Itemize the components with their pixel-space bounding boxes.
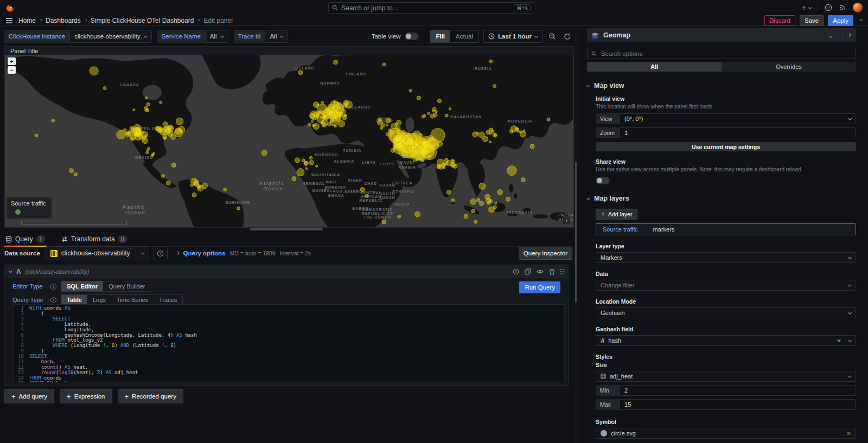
global-search-input[interactable]: Search or jump to... ⌘+k: [328, 2, 534, 14]
variable-label[interactable]: ClickHouse instance: [4, 30, 69, 43]
tab-query[interactable]: Query 1: [4, 235, 47, 246]
breadcrumb-item[interactable]: Home: [18, 17, 36, 24]
variable-label[interactable]: Service Name: [157, 30, 205, 43]
drag-handle-icon[interactable]: [560, 269, 564, 274]
discard-button[interactable]: Discard: [764, 15, 795, 26]
max-input[interactable]: 15: [620, 399, 856, 410]
grafana-logo: [5, 3, 15, 12]
panel-type-header[interactable]: Geomap: [587, 28, 856, 42]
variable-value-dropdown[interactable]: All: [265, 30, 288, 43]
geohash-field-label: Geohash field: [596, 326, 856, 332]
variable-label[interactable]: Trace Id: [234, 30, 265, 43]
datasource-picker[interactable]: clickhouse-observability: [46, 246, 149, 260]
disable-query-icon[interactable]: [537, 268, 544, 275]
options-search[interactable]: [587, 48, 856, 59]
editor-type-query-builder[interactable]: Query Builder: [103, 281, 150, 291]
fit-option-actual[interactable]: Actual: [450, 30, 478, 42]
time-range-picker[interactable]: Last 1 hour: [483, 30, 542, 43]
svg-text:REPUBLIC OF: REPUBLIC OF: [362, 211, 393, 215]
search-placeholder: Search or jump to...: [341, 4, 398, 12]
tab-transform-data[interactable]: Transform data 0: [60, 235, 129, 246]
share-view-toggle[interactable]: [596, 177, 610, 184]
chevron-down-icon[interactable]: [824, 31, 838, 39]
add-add-query-button[interactable]: +Add query: [4, 389, 54, 403]
data-select[interactable]: Change filter: [596, 280, 856, 291]
add-expression-button[interactable]: +Expression: [60, 389, 112, 403]
query-count-badge: 1: [36, 235, 45, 243]
table-view-toggle[interactable]: [405, 33, 419, 40]
add-layer-button[interactable]: +Add layer: [596, 209, 637, 220]
size-select[interactable]: adj_heat: [596, 371, 856, 382]
svg-text:Ocean: Ocean: [125, 209, 146, 215]
query-type-traces[interactable]: Traces: [154, 295, 182, 305]
news-icon[interactable]: [839, 4, 846, 11]
clear-icon[interactable]: ✕: [837, 338, 841, 344]
zoom-out-time-icon[interactable]: [547, 30, 558, 43]
symbol-select[interactable]: circle.svg✕: [596, 428, 856, 439]
location-mode-select[interactable]: Geohash: [596, 307, 856, 318]
save-button[interactable]: Save: [800, 15, 824, 26]
fit-option-fill[interactable]: Fill: [430, 30, 450, 42]
variable-value-dropdown[interactable]: clickhouse-observability: [69, 30, 151, 43]
styles-label: Styles: [596, 354, 856, 360]
breadcrumb-bar: HomeDashboardsSimple ClickHouse OTel Das…: [0, 15, 868, 26]
query-options[interactable]: Query options MD = auto = 1909 Interval …: [176, 250, 311, 256]
zoom-input[interactable]: 1: [620, 127, 856, 138]
layer-type-select[interactable]: Markers: [596, 252, 856, 263]
main-scrollbar[interactable]: [575, 26, 577, 443]
menu-icon[interactable]: [5, 17, 13, 24]
delete-query-icon[interactable]: [549, 268, 555, 275]
data-label: Data: [596, 271, 856, 277]
breadcrumb-item[interactable]: Simple ClickHouse OTel Dashboard: [91, 17, 194, 24]
options-search-input[interactable]: [600, 50, 852, 57]
run-query-button[interactable]: Run Query: [519, 281, 560, 293]
apply-button[interactable]: Apply: [828, 15, 853, 26]
query-type-logs[interactable]: Logs: [87, 295, 111, 305]
datasource-row: Data source clickhouse-observability ? Q…: [4, 246, 572, 260]
new-button[interactable]: +: [802, 3, 811, 12]
collapse-header-icon[interactable]: [859, 19, 863, 23]
tab-overrides[interactable]: Overrides: [722, 62, 856, 72]
code-line: 8 WHERE (Longitude != 0) AND (Latitude !…: [14, 343, 564, 349]
add-recorded-query-button[interactable]: +Recorded query: [118, 389, 183, 403]
query-info-icon[interactable]: [513, 268, 519, 275]
query-header[interactable]: A (clickhouse-observability): [5, 265, 568, 278]
refresh-icon[interactable]: [562, 30, 572, 43]
layer-type-label: Layer type: [596, 243, 856, 249]
breadcrumb-item[interactable]: Dashboards: [46, 17, 81, 24]
map-zoom-out-button[interactable]: −: [8, 66, 16, 74]
svg-text:INDONESIA: INDONESIA: [507, 210, 533, 214]
svg-text:GHANA: GHANA: [328, 194, 344, 197]
layer-card[interactable]: Source traffic markers: [596, 223, 856, 235]
variable-group: ClickHouse instanceclickhouse-observabil…: [4, 30, 152, 43]
datasource-help-button[interactable]: ?: [154, 246, 168, 260]
panel-resize-handle[interactable]: [250, 228, 323, 230]
section-map-view[interactable]: Map view: [587, 82, 856, 89]
duplicate-query-icon[interactable]: [525, 268, 531, 275]
min-input[interactable]: 2: [620, 385, 856, 396]
map-area[interactable]: RUSSIACANADAUNITED STATESMEXICOKAZAKHSTA…: [5, 55, 573, 227]
section-map-layers[interactable]: Map layers: [587, 195, 856, 202]
sql-editor[interactable]: 1WITH coords AS2 (3 SELECT4 Latitude,5 L…: [14, 304, 565, 382]
max-key: Max: [596, 399, 620, 410]
breadcrumb-item: Edit panel: [203, 17, 232, 24]
options-pane: Geomap All Overrides Map view Initial vi…: [578, 26, 868, 443]
geomap-panel[interactable]: Panel Title: [4, 46, 574, 228]
tab-all[interactable]: All: [587, 62, 722, 72]
map-attribution-button[interactable]: i: [563, 216, 571, 224]
user-avatar[interactable]: [853, 3, 863, 12]
geohash-field-select[interactable]: Ahash✕: [596, 335, 856, 346]
help-icon[interactable]: ?: [825, 4, 832, 11]
variable-value-dropdown[interactable]: All: [205, 30, 228, 43]
use-current-map-settings-button[interactable]: Use current map settings: [596, 142, 856, 151]
collapse-pane-button[interactable]: [842, 28, 856, 42]
map-zoom-in-button[interactable]: +: [8, 57, 16, 65]
query-inspector-button[interactable]: Query inspector: [519, 247, 572, 260]
editor-type-sql-editor[interactable]: SQL Editor: [61, 281, 103, 291]
view-select[interactable]: (0°, 0°): [620, 113, 856, 124]
clear-icon[interactable]: ✕: [847, 431, 851, 436]
min-key: Min: [596, 385, 620, 396]
query-type-table[interactable]: Table: [61, 295, 87, 305]
query-type-time-series[interactable]: Time Series: [111, 295, 154, 305]
legend-color-dot: [15, 209, 21, 215]
